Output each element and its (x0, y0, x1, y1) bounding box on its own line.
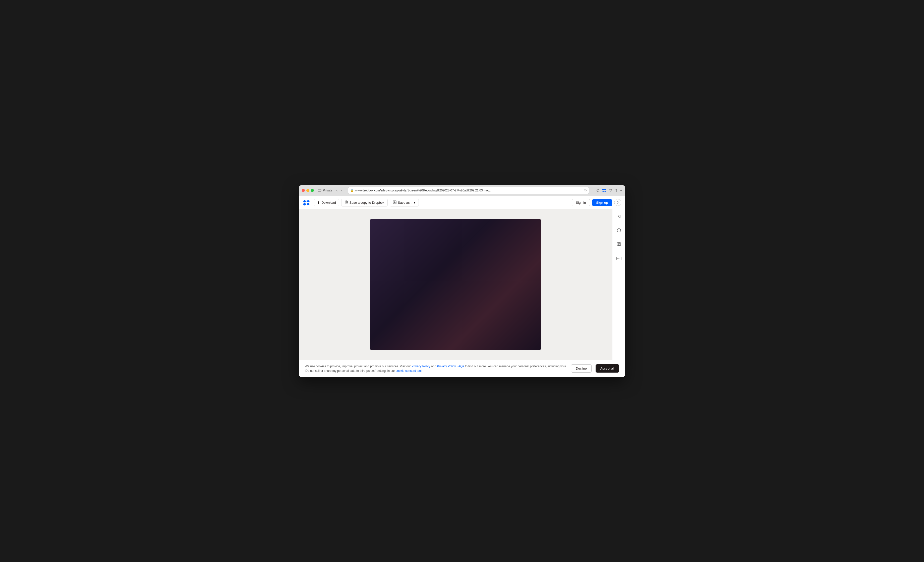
download-button[interactable]: ⬇ Download (314, 199, 339, 206)
browser-window: Private ‹ › 🔒 www.dropbox.com/s/hrpvmzxs… (299, 185, 625, 377)
save-as-icon (393, 200, 396, 205)
address-bar[interactable]: 🔒 www.dropbox.com/s/hrpvmzxsgka9tdy/Scre… (348, 187, 589, 194)
cookie-banner: We use cookies to provide, improve, prot… (299, 360, 625, 377)
svg-rect-0 (318, 189, 321, 191)
download-label: Download (321, 201, 336, 205)
cookie-text-end: . (422, 369, 422, 372)
cookie-text-before-link1: We use cookies to provide, improve, prot… (305, 365, 411, 368)
help-button[interactable]: ? (614, 199, 621, 206)
reload-icon[interactable]: ↻ (584, 189, 587, 192)
info-button[interactable] (614, 226, 624, 235)
shield-icon[interactable]: 🛡 (609, 188, 612, 193)
signup-button[interactable]: Sign up (592, 199, 612, 206)
signin-label: Sign in (576, 201, 586, 205)
privacy-policy-link[interactable]: Privacy Policy (411, 365, 430, 368)
traffic-lights (302, 189, 314, 192)
history-icon[interactable]: ⏱ (596, 188, 600, 193)
video-area (299, 209, 612, 360)
signup-label: Sign up (596, 201, 608, 205)
svg-rect-8 (617, 243, 621, 245)
lock-icon: 🔒 (350, 189, 354, 192)
svg-text:CC: CC (617, 258, 620, 259)
cookie-consent-tool-link[interactable]: cookie consent tool (396, 369, 422, 372)
forward-button[interactable]: › (340, 188, 343, 193)
main-content: CC (299, 209, 625, 360)
dropdown-arrow-icon: ▾ (414, 201, 416, 205)
svg-point-7 (619, 229, 619, 230)
comment-icon (617, 242, 621, 247)
dropbox-icon[interactable] (602, 188, 606, 193)
accept-label: Accept all (600, 366, 614, 370)
cookie-text: We use cookies to provide, improve, prot… (305, 364, 567, 373)
back-button[interactable]: ‹ (335, 188, 339, 193)
collapse-panel-button[interactable] (614, 212, 624, 221)
private-tab: Private (318, 189, 332, 192)
title-bar: Private ‹ › 🔒 www.dropbox.com/s/hrpvmzxs… (299, 185, 625, 196)
comments-button[interactable] (614, 241, 624, 250)
minimize-button[interactable] (306, 189, 309, 192)
captions-icon: CC (616, 257, 621, 261)
captions-button[interactable]: CC (614, 254, 624, 263)
save-as-label: Save as... (398, 201, 412, 205)
url-text: www.dropbox.com/s/hrpvmzxsgka9tdy/Screen… (355, 189, 583, 192)
tab-icon (318, 189, 321, 192)
signin-button[interactable]: Sign in (572, 199, 590, 206)
save-as-button[interactable]: Save as... ▾ (390, 199, 419, 206)
toolbar: ⬇ Download Save a copy to Dropbox (299, 196, 625, 209)
decline-label: Decline (576, 366, 586, 370)
save-copy-label: Save a copy to Dropbox (350, 201, 384, 205)
title-bar-actions: ⏱ 🛡 ⬆ + (596, 188, 622, 193)
dropbox-logo (303, 199, 310, 206)
right-sidebar: CC (612, 209, 625, 360)
private-label: Private (323, 189, 332, 192)
maximize-button[interactable] (311, 189, 314, 192)
accept-all-button[interactable]: Accept all (596, 364, 619, 372)
help-icon: ? (616, 201, 618, 205)
cookie-text-between: and (430, 365, 437, 368)
info-icon (617, 228, 621, 233)
nav-buttons: ‹ › (335, 188, 343, 193)
save-copy-button[interactable]: Save a copy to Dropbox (341, 199, 388, 206)
decline-button[interactable]: Decline (571, 364, 591, 372)
video-player[interactable] (370, 219, 541, 350)
save-copy-icon (345, 200, 348, 205)
collapse-icon (617, 214, 621, 219)
download-icon: ⬇ (317, 201, 320, 205)
new-tab-icon[interactable]: + (620, 188, 622, 193)
close-button[interactable] (302, 189, 305, 192)
share-icon[interactable]: ⬆ (615, 188, 618, 193)
privacy-policy-faqs-link[interactable]: Privacy Policy FAQs (437, 365, 464, 368)
